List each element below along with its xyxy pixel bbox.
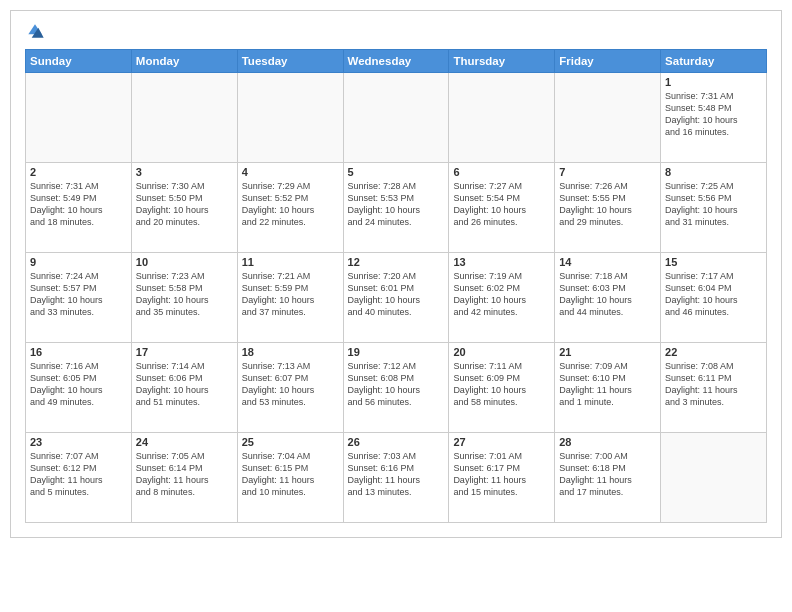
calendar-cell: 13Sunrise: 7:19 AM Sunset: 6:02 PM Dayli… xyxy=(449,253,555,343)
day-info: Sunrise: 7:30 AM Sunset: 5:50 PM Dayligh… xyxy=(136,180,233,229)
day-info: Sunrise: 7:21 AM Sunset: 5:59 PM Dayligh… xyxy=(242,270,339,319)
day-number: 6 xyxy=(453,166,550,178)
calendar-cell: 27Sunrise: 7:01 AM Sunset: 6:17 PM Dayli… xyxy=(449,433,555,523)
day-info: Sunrise: 7:14 AM Sunset: 6:06 PM Dayligh… xyxy=(136,360,233,409)
calendar-cell: 5Sunrise: 7:28 AM Sunset: 5:53 PM Daylig… xyxy=(343,163,449,253)
calendar-cell: 18Sunrise: 7:13 AM Sunset: 6:07 PM Dayli… xyxy=(237,343,343,433)
calendar-cell xyxy=(237,73,343,163)
calendar-cell xyxy=(449,73,555,163)
calendar-cell xyxy=(343,73,449,163)
day-info: Sunrise: 7:28 AM Sunset: 5:53 PM Dayligh… xyxy=(348,180,445,229)
calendar-cell: 3Sunrise: 7:30 AM Sunset: 5:50 PM Daylig… xyxy=(131,163,237,253)
day-number: 19 xyxy=(348,346,445,358)
day-info: Sunrise: 7:26 AM Sunset: 5:55 PM Dayligh… xyxy=(559,180,656,229)
day-number: 2 xyxy=(30,166,127,178)
weekday-sunday: Sunday xyxy=(26,50,132,73)
calendar-cell: 22Sunrise: 7:08 AM Sunset: 6:11 PM Dayli… xyxy=(661,343,767,433)
calendar-table: SundayMondayTuesdayWednesdayThursdayFrid… xyxy=(25,49,767,523)
day-number: 17 xyxy=(136,346,233,358)
day-number: 18 xyxy=(242,346,339,358)
calendar-cell: 6Sunrise: 7:27 AM Sunset: 5:54 PM Daylig… xyxy=(449,163,555,253)
calendar-cell: 16Sunrise: 7:16 AM Sunset: 6:05 PM Dayli… xyxy=(26,343,132,433)
day-number: 4 xyxy=(242,166,339,178)
calendar-cell: 23Sunrise: 7:07 AM Sunset: 6:12 PM Dayli… xyxy=(26,433,132,523)
day-number: 8 xyxy=(665,166,762,178)
calendar-cell xyxy=(555,73,661,163)
page-header xyxy=(25,21,767,41)
calendar-page: SundayMondayTuesdayWednesdayThursdayFrid… xyxy=(10,10,782,538)
day-info: Sunrise: 7:19 AM Sunset: 6:02 PM Dayligh… xyxy=(453,270,550,319)
weekday-wednesday: Wednesday xyxy=(343,50,449,73)
day-number: 20 xyxy=(453,346,550,358)
day-info: Sunrise: 7:01 AM Sunset: 6:17 PM Dayligh… xyxy=(453,450,550,499)
day-number: 13 xyxy=(453,256,550,268)
calendar-week-row: 2Sunrise: 7:31 AM Sunset: 5:49 PM Daylig… xyxy=(26,163,767,253)
day-info: Sunrise: 7:09 AM Sunset: 6:10 PM Dayligh… xyxy=(559,360,656,409)
day-info: Sunrise: 7:24 AM Sunset: 5:57 PM Dayligh… xyxy=(30,270,127,319)
calendar-cell: 12Sunrise: 7:20 AM Sunset: 6:01 PM Dayli… xyxy=(343,253,449,343)
calendar-cell: 15Sunrise: 7:17 AM Sunset: 6:04 PM Dayli… xyxy=(661,253,767,343)
day-info: Sunrise: 7:13 AM Sunset: 6:07 PM Dayligh… xyxy=(242,360,339,409)
calendar-cell: 21Sunrise: 7:09 AM Sunset: 6:10 PM Dayli… xyxy=(555,343,661,433)
calendar-cell: 2Sunrise: 7:31 AM Sunset: 5:49 PM Daylig… xyxy=(26,163,132,253)
day-number: 9 xyxy=(30,256,127,268)
day-number: 25 xyxy=(242,436,339,448)
day-number: 27 xyxy=(453,436,550,448)
day-number: 23 xyxy=(30,436,127,448)
weekday-monday: Monday xyxy=(131,50,237,73)
day-info: Sunrise: 7:12 AM Sunset: 6:08 PM Dayligh… xyxy=(348,360,445,409)
calendar-cell: 9Sunrise: 7:24 AM Sunset: 5:57 PM Daylig… xyxy=(26,253,132,343)
calendar-cell: 7Sunrise: 7:26 AM Sunset: 5:55 PM Daylig… xyxy=(555,163,661,253)
day-info: Sunrise: 7:31 AM Sunset: 5:49 PM Dayligh… xyxy=(30,180,127,229)
logo xyxy=(25,21,49,41)
calendar-cell: 28Sunrise: 7:00 AM Sunset: 6:18 PM Dayli… xyxy=(555,433,661,523)
calendar-week-row: 9Sunrise: 7:24 AM Sunset: 5:57 PM Daylig… xyxy=(26,253,767,343)
day-number: 10 xyxy=(136,256,233,268)
day-number: 5 xyxy=(348,166,445,178)
calendar-week-row: 1Sunrise: 7:31 AM Sunset: 5:48 PM Daylig… xyxy=(26,73,767,163)
calendar-cell xyxy=(26,73,132,163)
calendar-week-row: 23Sunrise: 7:07 AM Sunset: 6:12 PM Dayli… xyxy=(26,433,767,523)
calendar-cell xyxy=(131,73,237,163)
day-info: Sunrise: 7:23 AM Sunset: 5:58 PM Dayligh… xyxy=(136,270,233,319)
weekday-thursday: Thursday xyxy=(449,50,555,73)
day-info: Sunrise: 7:07 AM Sunset: 6:12 PM Dayligh… xyxy=(30,450,127,499)
day-number: 7 xyxy=(559,166,656,178)
day-info: Sunrise: 7:16 AM Sunset: 6:05 PM Dayligh… xyxy=(30,360,127,409)
calendar-cell: 19Sunrise: 7:12 AM Sunset: 6:08 PM Dayli… xyxy=(343,343,449,433)
calendar-cell: 26Sunrise: 7:03 AM Sunset: 6:16 PM Dayli… xyxy=(343,433,449,523)
day-number: 15 xyxy=(665,256,762,268)
day-info: Sunrise: 7:25 AM Sunset: 5:56 PM Dayligh… xyxy=(665,180,762,229)
day-number: 16 xyxy=(30,346,127,358)
day-info: Sunrise: 7:27 AM Sunset: 5:54 PM Dayligh… xyxy=(453,180,550,229)
calendar-cell: 8Sunrise: 7:25 AM Sunset: 5:56 PM Daylig… xyxy=(661,163,767,253)
calendar-cell: 14Sunrise: 7:18 AM Sunset: 6:03 PM Dayli… xyxy=(555,253,661,343)
day-info: Sunrise: 7:18 AM Sunset: 6:03 PM Dayligh… xyxy=(559,270,656,319)
calendar-cell: 1Sunrise: 7:31 AM Sunset: 5:48 PM Daylig… xyxy=(661,73,767,163)
weekday-saturday: Saturday xyxy=(661,50,767,73)
calendar-cell: 11Sunrise: 7:21 AM Sunset: 5:59 PM Dayli… xyxy=(237,253,343,343)
day-number: 22 xyxy=(665,346,762,358)
calendar-cell: 10Sunrise: 7:23 AM Sunset: 5:58 PM Dayli… xyxy=(131,253,237,343)
day-info: Sunrise: 7:17 AM Sunset: 6:04 PM Dayligh… xyxy=(665,270,762,319)
day-number: 26 xyxy=(348,436,445,448)
day-number: 24 xyxy=(136,436,233,448)
day-number: 11 xyxy=(242,256,339,268)
calendar-cell: 17Sunrise: 7:14 AM Sunset: 6:06 PM Dayli… xyxy=(131,343,237,433)
calendar-cell: 4Sunrise: 7:29 AM Sunset: 5:52 PM Daylig… xyxy=(237,163,343,253)
calendar-cell: 20Sunrise: 7:11 AM Sunset: 6:09 PM Dayli… xyxy=(449,343,555,433)
day-number: 3 xyxy=(136,166,233,178)
day-info: Sunrise: 7:05 AM Sunset: 6:14 PM Dayligh… xyxy=(136,450,233,499)
day-number: 12 xyxy=(348,256,445,268)
day-number: 1 xyxy=(665,76,762,88)
day-info: Sunrise: 7:00 AM Sunset: 6:18 PM Dayligh… xyxy=(559,450,656,499)
day-info: Sunrise: 7:04 AM Sunset: 6:15 PM Dayligh… xyxy=(242,450,339,499)
day-info: Sunrise: 7:20 AM Sunset: 6:01 PM Dayligh… xyxy=(348,270,445,319)
day-info: Sunrise: 7:29 AM Sunset: 5:52 PM Dayligh… xyxy=(242,180,339,229)
day-info: Sunrise: 7:08 AM Sunset: 6:11 PM Dayligh… xyxy=(665,360,762,409)
day-info: Sunrise: 7:03 AM Sunset: 6:16 PM Dayligh… xyxy=(348,450,445,499)
day-number: 21 xyxy=(559,346,656,358)
calendar-cell xyxy=(661,433,767,523)
weekday-header-row: SundayMondayTuesdayWednesdayThursdayFrid… xyxy=(26,50,767,73)
day-info: Sunrise: 7:31 AM Sunset: 5:48 PM Dayligh… xyxy=(665,90,762,139)
